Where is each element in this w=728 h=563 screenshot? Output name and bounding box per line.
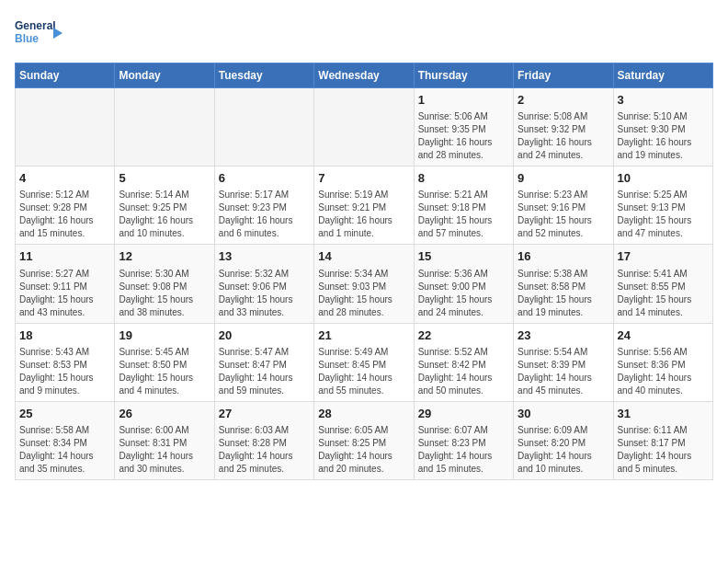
day-info: Sunrise: 5:36 AM Sunset: 9:00 PM Dayligh…: [418, 268, 509, 319]
day-info: Sunrise: 5:43 AM Sunset: 8:53 PM Dayligh…: [19, 346, 110, 397]
day-number: 13: [219, 248, 310, 265]
day-number: 24: [618, 327, 709, 344]
calendar-header-row: SundayMondayTuesdayWednesdayThursdayFrid…: [16, 63, 713, 88]
day-number: 23: [518, 327, 609, 344]
day-number: 16: [518, 248, 609, 265]
day-info: Sunrise: 5:19 AM Sunset: 9:21 PM Dayligh…: [318, 189, 409, 240]
calendar-cell: [16, 88, 115, 167]
day-info: Sunrise: 5:21 AM Sunset: 9:18 PM Dayligh…: [418, 189, 509, 240]
calendar-cell: 21Sunrise: 5:49 AM Sunset: 8:45 PM Dayli…: [314, 323, 414, 401]
calendar-cell: 20Sunrise: 5:47 AM Sunset: 8:47 PM Dayli…: [214, 323, 313, 401]
day-info: Sunrise: 5:41 AM Sunset: 8:55 PM Dayligh…: [618, 268, 709, 319]
calendar-cell: [214, 88, 313, 167]
svg-marker-2: [53, 28, 63, 39]
calendar-cell: 3Sunrise: 5:10 AM Sunset: 9:30 PM Daylig…: [613, 88, 712, 167]
day-number: 5: [119, 170, 210, 187]
calendar-cell: 26Sunrise: 6:00 AM Sunset: 8:31 PM Dayli…: [115, 401, 214, 479]
col-header-friday: Friday: [514, 63, 613, 88]
calendar-week-row: 18Sunrise: 5:43 AM Sunset: 8:53 PM Dayli…: [16, 323, 713, 401]
day-number: 21: [318, 327, 409, 344]
day-number: 18: [19, 327, 110, 344]
day-number: 25: [19, 406, 110, 422]
day-info: Sunrise: 5:54 AM Sunset: 8:39 PM Dayligh…: [518, 346, 609, 397]
day-number: 17: [618, 248, 709, 265]
day-info: Sunrise: 5:32 AM Sunset: 9:06 PM Dayligh…: [219, 268, 310, 319]
day-info: Sunrise: 5:27 AM Sunset: 9:11 PM Dayligh…: [19, 268, 110, 319]
col-header-tuesday: Tuesday: [214, 63, 313, 88]
day-info: Sunrise: 6:05 AM Sunset: 8:25 PM Dayligh…: [318, 424, 409, 476]
day-info: Sunrise: 5:30 AM Sunset: 9:08 PM Dayligh…: [119, 268, 210, 319]
calendar-cell: 28Sunrise: 6:05 AM Sunset: 8:25 PM Dayli…: [314, 401, 414, 479]
calendar-cell: 7Sunrise: 5:19 AM Sunset: 9:21 PM Daylig…: [314, 167, 414, 245]
col-header-monday: Monday: [115, 63, 214, 88]
day-number: 7: [318, 170, 409, 187]
day-number: 12: [119, 248, 210, 265]
col-header-thursday: Thursday: [414, 63, 513, 88]
calendar-week-row: 11Sunrise: 5:27 AM Sunset: 9:11 PM Dayli…: [16, 245, 713, 323]
calendar-cell: 24Sunrise: 5:56 AM Sunset: 8:36 PM Dayli…: [613, 323, 712, 401]
day-number: 9: [518, 170, 609, 187]
calendar-cell: 27Sunrise: 6:03 AM Sunset: 8:28 PM Dayli…: [214, 401, 313, 479]
day-number: 4: [19, 170, 110, 187]
calendar-cell: 16Sunrise: 5:38 AM Sunset: 8:58 PM Dayli…: [514, 245, 613, 323]
calendar-cell: 17Sunrise: 5:41 AM Sunset: 8:55 PM Dayli…: [613, 245, 712, 323]
day-info: Sunrise: 5:08 AM Sunset: 9:32 PM Dayligh…: [518, 110, 609, 162]
calendar-cell: 29Sunrise: 6:07 AM Sunset: 8:23 PM Dayli…: [414, 401, 513, 479]
svg-text:General: General: [15, 19, 56, 32]
calendar-week-row: 1Sunrise: 5:06 AM Sunset: 9:35 PM Daylig…: [16, 88, 713, 167]
logo: GeneralBlue: [15, 15, 66, 52]
calendar-cell: [314, 88, 414, 167]
day-info: Sunrise: 6:07 AM Sunset: 8:23 PM Dayligh…: [418, 424, 509, 476]
day-number: 22: [418, 327, 509, 344]
calendar-week-row: 25Sunrise: 5:58 AM Sunset: 8:34 PM Dayli…: [16, 401, 713, 479]
day-info: Sunrise: 5:10 AM Sunset: 9:30 PM Dayligh…: [618, 110, 709, 162]
calendar-cell: 2Sunrise: 5:08 AM Sunset: 9:32 PM Daylig…: [514, 88, 613, 167]
calendar-cell: 31Sunrise: 6:11 AM Sunset: 8:17 PM Dayli…: [613, 401, 712, 479]
day-info: Sunrise: 6:11 AM Sunset: 8:17 PM Dayligh…: [618, 424, 709, 476]
day-number: 20: [219, 327, 310, 344]
calendar-cell: 4Sunrise: 5:12 AM Sunset: 9:28 PM Daylig…: [16, 167, 115, 245]
day-info: Sunrise: 5:47 AM Sunset: 8:47 PM Dayligh…: [219, 346, 310, 397]
calendar-cell: [115, 88, 214, 167]
day-info: Sunrise: 6:03 AM Sunset: 8:28 PM Dayligh…: [219, 424, 310, 476]
day-number: 27: [219, 406, 310, 422]
day-info: Sunrise: 5:06 AM Sunset: 9:35 PM Dayligh…: [418, 110, 509, 162]
day-number: 30: [518, 406, 609, 422]
calendar-cell: 1Sunrise: 5:06 AM Sunset: 9:35 PM Daylig…: [414, 88, 513, 167]
day-number: 10: [618, 170, 709, 187]
day-number: 31: [618, 406, 709, 422]
calendar-cell: 8Sunrise: 5:21 AM Sunset: 9:18 PM Daylig…: [414, 167, 513, 245]
calendar-cell: 14Sunrise: 5:34 AM Sunset: 9:03 PM Dayli…: [314, 245, 414, 323]
calendar-cell: 9Sunrise: 5:23 AM Sunset: 9:16 PM Daylig…: [514, 167, 613, 245]
day-number: 6: [219, 170, 310, 187]
day-number: 8: [418, 170, 509, 187]
day-number: 28: [318, 406, 409, 422]
calendar-cell: 5Sunrise: 5:14 AM Sunset: 9:25 PM Daylig…: [115, 167, 214, 245]
calendar-cell: 30Sunrise: 6:09 AM Sunset: 8:20 PM Dayli…: [514, 401, 613, 479]
day-number: 1: [418, 92, 509, 109]
day-info: Sunrise: 5:58 AM Sunset: 8:34 PM Dayligh…: [19, 424, 110, 476]
col-header-sunday: Sunday: [16, 63, 115, 88]
calendar-cell: 19Sunrise: 5:45 AM Sunset: 8:50 PM Dayli…: [115, 323, 214, 401]
day-info: Sunrise: 5:38 AM Sunset: 8:58 PM Dayligh…: [518, 268, 609, 319]
calendar-week-row: 4Sunrise: 5:12 AM Sunset: 9:28 PM Daylig…: [16, 167, 713, 245]
calendar-cell: 12Sunrise: 5:30 AM Sunset: 9:08 PM Dayli…: [115, 245, 214, 323]
calendar-cell: 23Sunrise: 5:54 AM Sunset: 8:39 PM Dayli…: [514, 323, 613, 401]
calendar-table: SundayMondayTuesdayWednesdayThursdayFrid…: [15, 63, 713, 480]
calendar-cell: 6Sunrise: 5:17 AM Sunset: 9:23 PM Daylig…: [214, 167, 313, 245]
calendar-cell: 15Sunrise: 5:36 AM Sunset: 9:00 PM Dayli…: [414, 245, 513, 323]
day-info: Sunrise: 5:23 AM Sunset: 9:16 PM Dayligh…: [518, 189, 609, 240]
day-number: 2: [518, 92, 609, 109]
day-info: Sunrise: 5:45 AM Sunset: 8:50 PM Dayligh…: [119, 346, 210, 397]
day-number: 26: [119, 406, 210, 422]
day-number: 19: [119, 327, 210, 344]
day-info: Sunrise: 5:12 AM Sunset: 9:28 PM Dayligh…: [19, 189, 110, 240]
calendar-cell: 22Sunrise: 5:52 AM Sunset: 8:42 PM Dayli…: [414, 323, 513, 401]
calendar-cell: 10Sunrise: 5:25 AM Sunset: 9:13 PM Dayli…: [613, 167, 712, 245]
day-info: Sunrise: 5:17 AM Sunset: 9:23 PM Dayligh…: [219, 189, 310, 240]
day-number: 14: [318, 248, 409, 265]
day-number: 29: [418, 406, 509, 422]
day-number: 3: [618, 92, 709, 109]
logo-icon: GeneralBlue: [15, 15, 66, 52]
calendar-cell: 18Sunrise: 5:43 AM Sunset: 8:53 PM Dayli…: [16, 323, 115, 401]
